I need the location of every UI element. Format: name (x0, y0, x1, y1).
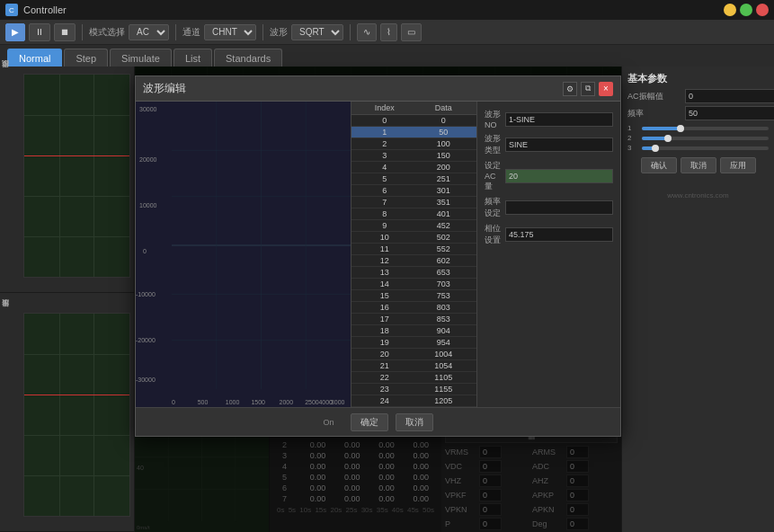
right-btn-1[interactable]: 确认 (641, 157, 677, 173)
grid-h-3 (24, 196, 129, 197)
cancel-button[interactable]: 取消 (396, 413, 433, 431)
table-row[interactable]: 11552 (351, 244, 476, 255)
modal-x-500: 500 (198, 399, 209, 405)
slider-thumb-2[interactable] (664, 135, 672, 142)
right-btn-2[interactable]: 取消 (681, 157, 716, 173)
wave-edit-modal: 波形编辑 ⚙ ⧉ × 30000 20000 10000 (135, 75, 621, 437)
freq-input-right[interactable] (685, 106, 774, 120)
modal-title: 波形编辑 ⚙ ⧉ × (136, 76, 620, 102)
table-rows-container: 0015021003150420052516301735184019452105… (351, 115, 476, 407)
table-row[interactable]: 12602 (351, 255, 476, 267)
freq-set-label: 频率设定 (485, 196, 502, 219)
grid-v-b2 (93, 314, 94, 516)
modal-graph: 30000 20000 10000 0 -10000 -20000 -30000 (136, 102, 351, 407)
table-row[interactable]: 00 (351, 115, 476, 127)
table-row[interactable]: 16803 (351, 302, 476, 314)
grid-v-b1 (59, 314, 60, 516)
table-row[interactable]: 8401 (351, 208, 476, 220)
table-row[interactable]: 17853 (351, 314, 476, 325)
slider-thumb-3[interactable] (652, 145, 659, 152)
tab-normal[interactable]: Normal (7, 49, 62, 66)
toolbar-sep-1 (82, 24, 83, 40)
table-row[interactable]: 15753 (351, 290, 476, 302)
grid-v-1 (59, 75, 60, 277)
maximize-button[interactable] (740, 4, 752, 16)
confirm-button[interactable]: 确定 (351, 413, 388, 431)
modal-settings-btn[interactable]: ⚙ (563, 82, 577, 96)
table-row[interactable]: 18904 (351, 325, 476, 337)
wave-select[interactable]: SQRT SINE (291, 24, 343, 40)
grid-h-b2 (24, 354, 129, 355)
mode-select[interactable]: AC DC (129, 24, 169, 40)
right-panel-btns: 确认 取消 应用 (627, 157, 769, 173)
ac-amplitude-input[interactable] (685, 89, 774, 103)
tab-step[interactable]: Step (64, 49, 108, 66)
table-row[interactable]: 201004 (351, 349, 476, 360)
channel-select[interactable]: CHNT CH2 (204, 24, 256, 40)
slider-fill-2 (642, 137, 667, 140)
on-indicator: On (323, 418, 334, 427)
center-panel: 波形编辑 ⚙ ⧉ × 30000 20000 10000 (135, 66, 621, 532)
tab-list[interactable]: List (173, 49, 212, 66)
table-row[interactable]: 2100 (351, 138, 476, 150)
wave-btn-1[interactable]: ∿ (357, 23, 377, 41)
wave-type-label: 波形类型 (485, 133, 502, 156)
close-button[interactable] (756, 4, 769, 16)
phase-input[interactable] (505, 227, 613, 242)
table-row[interactable]: 13653 (351, 267, 476, 279)
modal-x-1500: 1500 (251, 399, 265, 405)
modal-y-10k: 10000 (139, 202, 156, 208)
modal-x-0: 0 (172, 399, 175, 405)
slider-1[interactable] (642, 127, 769, 130)
tab-standards[interactable]: Standards (214, 49, 282, 66)
table-row[interactable]: 150 (351, 127, 476, 138)
wave-type-input[interactable] (505, 137, 613, 152)
ac-input[interactable] (505, 169, 613, 183)
freq-row: 频率设定 (485, 196, 613, 219)
modal-copy-btn[interactable]: ⧉ (581, 82, 595, 96)
table-row[interactable]: 9452 (351, 220, 476, 232)
wave-btn-2[interactable]: ⌇ (380, 23, 397, 41)
slider-label-3: 3 (627, 144, 638, 152)
freq-set-input[interactable] (505, 200, 613, 215)
table-row[interactable]: 6301 (351, 185, 476, 197)
table-row[interactable]: 19954 (351, 337, 476, 349)
slider-3[interactable] (642, 146, 769, 150)
slider-thumb-1[interactable] (677, 125, 684, 132)
col-index: Index (355, 103, 414, 112)
panel-title: 基本参数 (627, 72, 769, 85)
pause-button[interactable]: ⏸ (29, 23, 50, 41)
right-btn-3[interactable]: 应用 (720, 157, 756, 173)
wave-no-label: 波形NO (485, 109, 502, 129)
grid-v-2 (93, 75, 94, 277)
table-row[interactable]: 10502 (351, 232, 476, 244)
wave-btn-3[interactable]: ▭ (401, 23, 422, 41)
slider-row-3: 3 (627, 144, 769, 152)
table-row[interactable]: 5251 (351, 173, 476, 185)
minimize-button[interactable] (724, 4, 736, 16)
modal-sine-svg (172, 102, 351, 389)
play-button[interactable]: ▶ (5, 23, 25, 41)
modal-close-button[interactable]: × (599, 82, 613, 96)
ac-amplitude-label: AC振幅值 (627, 91, 681, 102)
table-row[interactable]: 4200 (351, 162, 476, 173)
right-panel: 基本参数 AC振幅值 V ▲ 频率 Hz 1 (621, 66, 774, 532)
window-controls (724, 4, 769, 16)
modal-y-neg30k: -30000 (136, 377, 156, 383)
table-row[interactable]: 241205 (351, 395, 476, 407)
wave-no-input[interactable] (505, 112, 613, 127)
stop-button[interactable]: ⏹ (54, 23, 76, 41)
table-row[interactable]: 211054 (351, 360, 476, 372)
table-row[interactable]: 3150 (351, 150, 476, 162)
ac-label: 设定AC量 (485, 160, 502, 192)
table-row[interactable]: 221105 (351, 372, 476, 384)
table-row[interactable]: 231155 (351, 384, 476, 395)
grid-h-b3 (24, 435, 129, 436)
analog-signal-line (24, 155, 129, 156)
slider-2[interactable] (642, 137, 769, 140)
toolbar-sep-2 (175, 24, 176, 40)
table-row[interactable]: 7351 (351, 197, 476, 208)
tab-simulate[interactable]: Simulate (110, 49, 172, 66)
app-title: Controller (23, 4, 67, 15)
table-row[interactable]: 14703 (351, 279, 476, 290)
